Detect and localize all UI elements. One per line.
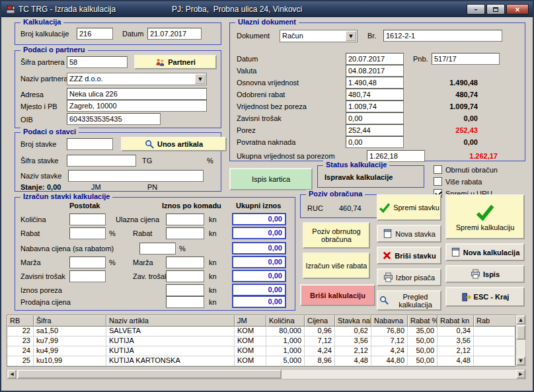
partneri-button[interactable]: Partneri [134,55,217,69]
brisi-stavku-button[interactable]: Briši stavku [377,247,441,264]
scroll-up-icon[interactable]: ▲ [516,315,525,325]
spremi-kalkulaciju-button[interactable]: Spremi kalkulaciju [445,194,525,239]
pnb-label: Pnb. [413,55,428,63]
chevron-down-icon[interactable]: ▼ [346,31,356,41]
broj-stavke-input[interactable] [67,138,113,150]
minimize-button[interactable]: – [467,4,485,15]
table-body: 22sa1,50SALVETAKOM80,0000,960,6276,8035,… [7,327,515,366]
povratna-naknada-input[interactable] [346,136,404,148]
obrnuti-obracun-checkbox[interactable] [434,165,442,174]
ulazni-datum-input[interactable] [346,53,404,65]
table-header-cell[interactable]: Količina [266,315,305,327]
table-cell: 50,00 [408,356,438,366]
pnb-input[interactable] [432,53,500,65]
br-input[interactable] [383,30,502,42]
table-header-cell[interactable]: Naziv artikla [106,315,235,327]
dokument-combo[interactable]: Račun ▼ [280,30,358,42]
iznos-poreza-input[interactable] [166,284,204,296]
table-row[interactable]: 23ku7,99KUTIJAKOM1,0007,123,567,1250,003… [7,336,515,346]
marza-iznos-input[interactable] [166,256,204,268]
spremi-stavku-button[interactable]: Spremi stavku [377,194,441,221]
broj-kalkulacije-input[interactable] [77,28,113,40]
scroll-right-icon[interactable]: ▶ [516,370,525,379]
table-row[interactable]: 22sa1,50SALVETAKOM80,0000,960,6276,8035,… [7,327,515,336]
valuta-input[interactable] [346,65,404,77]
adresa-input[interactable] [67,88,207,100]
table-header-cell[interactable]: Stavka nab [335,315,371,327]
odobreni-rabat-label: Odobreni rabat [237,91,285,98]
horizontal-scrollbar[interactable]: ◀ ▶ [7,369,526,379]
pregled-kalkulacija-button[interactable]: Pregled kalkulacija [377,290,441,311]
iznos-poreza-label: Iznos poreza [20,286,62,294]
table-header-cell[interactable]: Cijena [305,315,335,327]
porez-input[interactable] [346,124,404,136]
close-button[interactable]: × [506,4,529,15]
naziv-partnera-combo[interactable]: ZZZ d.o.o. ▼ [67,73,207,85]
kolicina-label: Količina [20,216,46,223]
nabavna-cijena-input[interactable] [139,243,176,255]
naziv-stavke-input[interactable] [68,170,204,182]
table-header-cell[interactable]: RB [7,315,34,327]
stavka-percent-label: % [207,157,213,165]
nova-stavka-button[interactable]: Nova stavka [377,225,441,243]
table-cell [474,356,516,366]
checkbox-obrnuti-obracun[interactable]: Obrnuti obračun [434,165,498,174]
osnovna-vrijednost-input[interactable] [346,77,404,89]
kolicina-input[interactable] [69,214,106,225]
ulazni-zavisni-trosak-input[interactable] [346,112,404,124]
table-header-cell[interactable]: Šifra [34,315,106,327]
naziv-stavke-label: Naziv stavke [20,172,61,180]
sifra-stavke-input[interactable] [67,155,136,167]
table-cell: 3,56 [335,336,371,346]
col-ukupni-header: Ukupni iznos [236,202,281,210]
brisi-kalkulaciju-button[interactable]: Briši kalkulaciju [300,284,375,306]
zav-trosak-input[interactable] [166,270,204,282]
ispis-kartica-button[interactable]: Ispis kartica [229,168,313,190]
izbor-pisaca-button[interactable]: Izbor pisača [377,268,441,286]
ispis-button[interactable]: Ispis [445,265,525,283]
datum-kalkulacije-input[interactable] [147,28,202,40]
table-header-cell[interactable]: JM [235,315,266,327]
oib-input[interactable] [67,113,161,125]
rabat-iznos-input[interactable] [166,227,204,239]
naziv-partnera-value: ZZZ d.o.o. [69,75,103,83]
table-row[interactable]: 24ku4,99KUTIJAKOM1,0004,242,124,2450,002… [7,346,515,356]
oib-label: OIB [20,116,33,124]
table-header-cell[interactable]: Nabavna [371,315,408,327]
ukupno-prodajna-value: 0,00 [232,295,286,308]
marza-postotak-input[interactable] [69,256,106,268]
table-cell: ku10,99 [34,356,106,366]
izracun-vise-rabata-button[interactable]: Izračun više rabata [303,253,370,279]
vertical-scrollbar[interactable]: ▲ ▼ [515,315,526,366]
table-header-cell[interactable]: Rab [474,315,516,327]
maximize-button[interactable] [486,4,505,15]
rabat-postotak-input[interactable] [69,227,106,239]
sifra-partnera-input[interactable] [67,56,128,68]
horizontal-scrollbar-thumb[interactable] [17,370,282,379]
ulazna-cijena-input[interactable] [166,214,204,225]
brisi-stavku-label: Briši stavku [395,252,436,260]
scroll-down-icon[interactable]: ▼ [516,356,525,366]
titlebar[interactable]: TC TRG - Izrada kalkulacija PJ: Proba, P… [1,1,533,17]
vertical-scrollbar-thumb[interactable] [516,325,525,340]
jm-label: JM [91,183,101,191]
prodajna-cijena-input[interactable] [166,296,204,308]
unos-artikala-button[interactable]: Unos artikala [121,137,227,151]
scroll-left-icon[interactable]: ◀ [7,370,17,379]
odobreni-rabat-input[interactable] [346,89,404,100]
table-cell: KOM [235,356,266,366]
vise-rabata-checkbox[interactable] [434,177,442,186]
vrijednost-bez-poreza-input[interactable] [346,100,404,112]
rabat-percent-label: % [109,229,116,237]
mjesto-input[interactable] [67,100,207,112]
chevron-down-icon[interactable]: ▼ [195,74,206,84]
esc-kraj-button[interactable]: ESC - Kraj [445,287,525,307]
checkbox-vise-rabata[interactable]: Više rabata [434,177,482,186]
table-cell: 4,24 [371,346,408,356]
table-row[interactable]: 25ku10,99KUTIJA KARTONSKAKOM5,0008,964,4… [7,356,515,366]
poziv-obrnutog-obracuna-button[interactable]: Poziv obrnutog obračuna [303,222,370,249]
nova-kalkulacija-button[interactable]: Nova kalkulacija [445,243,525,261]
table-header-cell[interactable]: Rabat kn [438,315,474,327]
zavisni-postotak-input[interactable] [69,270,106,282]
table-header-cell[interactable]: Rabat % [408,315,438,327]
